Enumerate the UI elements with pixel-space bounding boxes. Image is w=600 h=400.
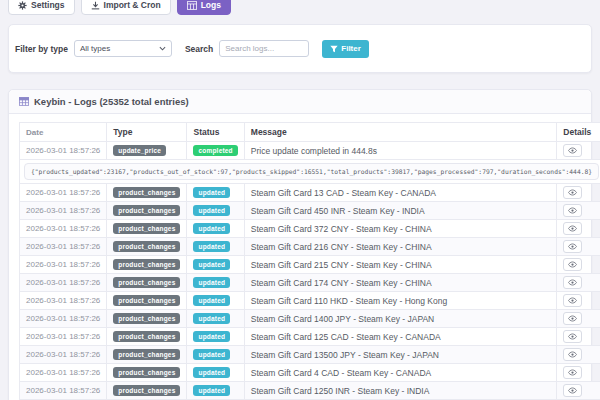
- log-message: Steam Gift Card 13 CAD - Steam Key - CAN…: [244, 184, 557, 202]
- logs-button[interactable]: Logs: [177, 0, 231, 15]
- log-type-badge: product_changes: [113, 241, 180, 252]
- search-input[interactable]: [219, 40, 309, 57]
- log-date: 2026-03-01 18:57:26: [20, 238, 107, 256]
- log-date: 2026-03-01 18:57:26: [20, 382, 107, 400]
- eye-icon: [568, 189, 577, 196]
- log-message: Steam Gift Card 1250 INR - Steam Key - I…: [244, 382, 557, 400]
- column-header-type: Type: [107, 123, 187, 142]
- filter-button-label: Filter: [341, 44, 361, 53]
- eye-icon: [568, 387, 577, 394]
- funnel-icon: [330, 45, 338, 53]
- type-select[interactable]: All types: [74, 40, 172, 57]
- log-status-badge: updated: [193, 223, 230, 234]
- log-date: 2026-03-01 18:57:26: [20, 274, 107, 292]
- log-date: 2026-03-01 18:57:26: [20, 310, 107, 328]
- logs-table: Date Type Status Message Details 2026-03…: [19, 122, 600, 400]
- view-details-button[interactable]: [563, 366, 582, 379]
- log-json-row: {"products_updated":23167,"products_out_…: [20, 160, 600, 184]
- view-details-button[interactable]: [563, 144, 582, 157]
- chevron-down-icon: [159, 46, 166, 51]
- column-header-message: Message: [244, 123, 557, 142]
- gear-icon: [18, 1, 27, 10]
- log-date: 2026-03-01 18:57:26: [20, 220, 107, 238]
- eye-icon: [568, 297, 577, 304]
- log-type-badge: product_changes: [113, 295, 180, 306]
- log-row: 2026-03-01 18:57:26product_changesupdate…: [20, 364, 600, 382]
- log-type-badge: product_changes: [113, 313, 180, 324]
- log-type-badge: product_changes: [113, 385, 180, 396]
- column-header-date: Date: [20, 123, 107, 142]
- filter-button[interactable]: Filter: [322, 40, 369, 58]
- eye-icon: [568, 225, 577, 232]
- view-details-button[interactable]: [563, 258, 582, 271]
- view-details-button[interactable]: [563, 348, 582, 361]
- view-details-button[interactable]: [563, 240, 582, 253]
- log-row: 2026-03-01 18:57:26product_changesupdate…: [20, 310, 600, 328]
- log-message: Steam Gift Card 125 CAD - Steam Key - CA…: [244, 328, 557, 346]
- column-header-status: Status: [187, 123, 244, 142]
- view-details-button[interactable]: [563, 204, 582, 217]
- eye-icon: [568, 147, 577, 154]
- log-status-badge: updated: [193, 313, 230, 324]
- log-message: Steam Gift Card 372 CNY - Steam Key - CH…: [244, 220, 557, 238]
- log-message: Steam Gift Card 4 CAD - Steam Key - CANA…: [244, 364, 557, 382]
- log-type-badge: update_price: [113, 145, 166, 156]
- view-details-button[interactable]: [563, 276, 582, 289]
- panel-title: Keybin - Logs (25352 total entries): [34, 96, 189, 107]
- log-row: 2026-03-01 18:57:26product_changesupdate…: [20, 220, 600, 238]
- eye-icon: [568, 369, 577, 376]
- log-status-badge: updated: [193, 205, 230, 216]
- log-status-badge: updated: [193, 367, 230, 378]
- eye-icon: [568, 351, 577, 358]
- download-icon: [91, 1, 100, 10]
- type-select-value: All types: [80, 44, 110, 53]
- eye-icon: [568, 207, 577, 214]
- log-date: 2026-03-01 18:57:26: [20, 328, 107, 346]
- log-date: 2026-03-01 18:57:26: [20, 256, 107, 274]
- log-message: Steam Gift Card 215 CNY - Steam Key - CH…: [244, 256, 557, 274]
- log-message: Steam Gift Card 13500 JPY - Steam Key - …: [244, 346, 557, 364]
- view-details-button[interactable]: [563, 222, 582, 235]
- settings-button[interactable]: Settings: [8, 0, 75, 15]
- eye-icon: [568, 243, 577, 250]
- log-status-badge: updated: [193, 187, 230, 198]
- log-type-badge: product_changes: [113, 259, 180, 270]
- table-icon: [19, 97, 29, 106]
- log-row: 2026-03-01 18:57:26product_changesupdate…: [20, 382, 600, 400]
- logs-panel-header: Keybin - Logs (25352 total entries): [9, 90, 591, 114]
- log-status-badge: updated: [193, 295, 230, 306]
- log-type-badge: product_changes: [113, 349, 180, 360]
- log-date: 2026-03-01 18:57:26: [20, 142, 107, 160]
- eye-icon: [568, 261, 577, 268]
- import-cron-button[interactable]: Import & Cron: [81, 0, 171, 15]
- log-row: 2026-03-01 18:57:26product_changesupdate…: [20, 202, 600, 220]
- table-icon: [187, 1, 197, 10]
- log-message: Price update completed in 444.8s: [244, 142, 557, 160]
- log-row: 2026-03-01 18:57:26product_changesupdate…: [20, 346, 600, 364]
- log-type-badge: product_changes: [113, 367, 180, 378]
- filter-bar: Filter by type All types Search Filter: [8, 24, 592, 73]
- view-details-button[interactable]: [563, 294, 582, 307]
- table-header-row: Date Type Status Message Details: [20, 123, 600, 142]
- log-date: 2026-03-01 18:57:26: [20, 184, 107, 202]
- log-message: Steam Gift Card 216 CNY - Steam Key - CH…: [244, 238, 557, 256]
- log-date: 2026-03-01 18:57:26: [20, 292, 107, 310]
- log-message: Steam Gift Card 1400 JPY - Steam Key - J…: [244, 310, 557, 328]
- log-status-badge: updated: [193, 385, 230, 396]
- log-status-badge: updated: [193, 331, 230, 342]
- log-message: Steam Gift Card 450 INR - Steam Key - IN…: [244, 202, 557, 220]
- log-row: 2026-03-01 18:57:26product_changesupdate…: [20, 184, 600, 202]
- logs-panel: Keybin - Logs (25352 total entries) Date…: [8, 89, 592, 400]
- view-details-button[interactable]: [563, 384, 582, 397]
- logs-button-label: Logs: [201, 0, 221, 10]
- log-row: 2026-03-01 18:57:26product_changesupdate…: [20, 292, 600, 310]
- import-cron-button-label: Import & Cron: [104, 0, 161, 10]
- log-row: 2026-03-01 18:57:26product_changesupdate…: [20, 274, 600, 292]
- view-details-button[interactable]: [563, 330, 582, 343]
- log-row: 2026-03-01 18:57:26update_pricecompleted…: [20, 142, 600, 160]
- log-status-badge: updated: [193, 277, 230, 288]
- view-details-button[interactable]: [563, 186, 582, 199]
- log-status-badge: updated: [193, 241, 230, 252]
- log-row: 2026-03-01 18:57:26product_changesupdate…: [20, 238, 600, 256]
- view-details-button[interactable]: [563, 312, 582, 325]
